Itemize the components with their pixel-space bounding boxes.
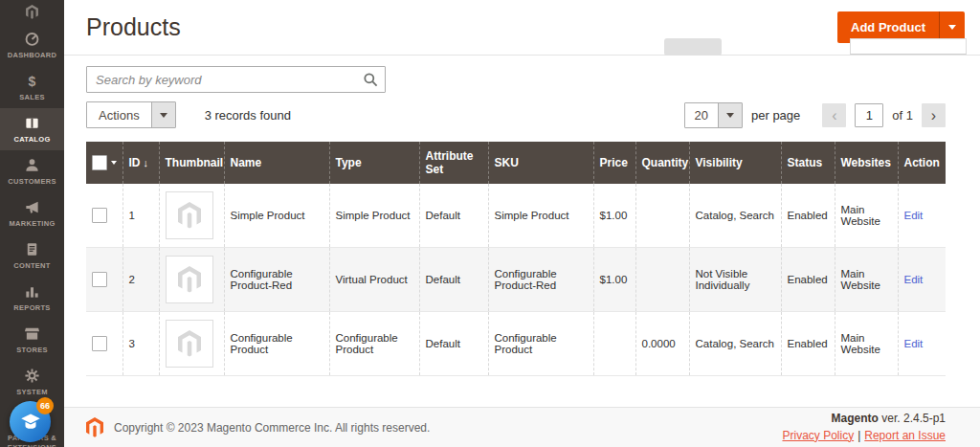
cell-websites: Main Website (835, 312, 898, 376)
row-checkbox[interactable] (92, 208, 107, 223)
sidebar-item-reports[interactable]: REPORTS (0, 277, 64, 319)
sidebar-item-catalog[interactable]: CATALOG (0, 108, 64, 150)
column-header-visibility[interactable]: Visibility (689, 142, 781, 184)
page-header: Products Add Product (64, 0, 980, 56)
column-header-type[interactable]: Type (329, 142, 419, 184)
chevron-down-icon (160, 113, 167, 118)
actions-dropdown[interactable]: Actions (86, 101, 176, 128)
catalog-icon (24, 115, 40, 132)
cell-price: $1.00 (593, 184, 635, 248)
sidebar-item-marketing[interactable]: MARKETING (0, 192, 64, 235)
next-page-button[interactable]: › (922, 103, 946, 127)
version-number: ver. 2.4.5-p1 (879, 412, 946, 425)
pagination-controls: 20 per page ‹ of 1 › (684, 102, 946, 128)
column-header-status[interactable]: Status (781, 142, 835, 184)
column-header-id[interactable]: ID↓ (122, 142, 159, 184)
main-area: Products Add Product (64, 0, 980, 447)
column-header-thumbnail[interactable]: Thumbnail (159, 142, 224, 184)
product-thumbnail (166, 191, 213, 239)
edit-link[interactable]: Edit (904, 274, 924, 285)
search-icon[interactable] (359, 70, 382, 89)
cell-visibility: Not Visible Individually (689, 248, 781, 312)
sidebar-item-sales[interactable]: $ SALES (0, 66, 64, 108)
cell-quantity: 0.0000 (635, 312, 689, 376)
dashboard-icon (24, 31, 40, 48)
sidebar-item-label: CATALOG (13, 135, 50, 145)
cell-visibility: Catalog, Search (689, 184, 781, 248)
grid-content: Actions 3 records found 20 per page ‹ of… (64, 56, 980, 407)
report-issue-link[interactable]: Report an Issue (864, 429, 946, 442)
page-title: Products (86, 13, 181, 41)
cell-sku: Configurable Product-Red (488, 248, 593, 312)
chevron-down-icon (948, 25, 956, 30)
sidebar-item-label: CUSTOMERS (8, 177, 56, 187)
content-icon (24, 241, 40, 258)
per-page-caret[interactable] (718, 103, 742, 127)
cell-id: 2 (122, 248, 159, 312)
link-separator: | (858, 429, 860, 442)
row-checkbox[interactable] (92, 336, 107, 351)
column-header-quantity[interactable]: Quantity (635, 142, 689, 184)
cell-id: 1 (122, 184, 159, 248)
magnifier-icon (363, 72, 378, 87)
marketing-icon (24, 199, 40, 216)
product-thumbnail (166, 256, 213, 303)
actions-caret[interactable] (151, 102, 175, 127)
sidebar-item-label: REPORTS (13, 303, 50, 313)
cell-name: Configurable Product (224, 312, 329, 376)
column-header-websites[interactable]: Websites (835, 142, 898, 184)
keyword-search-box (86, 66, 386, 93)
placeholder-image-icon (178, 202, 201, 229)
cell-attribute-set: Default (419, 184, 488, 248)
cell-type: Simple Product (329, 184, 419, 248)
edit-link[interactable]: Edit (904, 210, 924, 221)
chat-badge: 66 (36, 397, 54, 414)
sidebar-item-stores[interactable]: STORES (0, 319, 64, 361)
search-input[interactable] (87, 67, 385, 92)
grid-controls-row: Actions 3 records found 20 per page ‹ of… (86, 101, 946, 128)
sidebar-item-label: DASHBOARD (8, 51, 56, 60)
sidebar-item-label: STORES (16, 346, 48, 355)
column-header-sku[interactable]: SKU (488, 142, 593, 184)
table-row: 3 Configurable Product Configurable Prod… (86, 312, 946, 376)
cell-status: Enabled (781, 248, 835, 312)
cell-quantity (635, 248, 689, 312)
select-all-checkbox[interactable] (92, 155, 107, 170)
edit-link[interactable]: Edit (904, 338, 924, 349)
chevron-down-icon[interactable] (111, 161, 117, 165)
cell-attribute-set: Default (419, 312, 488, 376)
column-header-price[interactable]: Price (593, 142, 635, 184)
row-checkbox[interactable] (92, 272, 107, 287)
magento-logo[interactable] (0, 0, 64, 24)
partial-control-fragment (664, 38, 722, 56)
cell-websites: Main Website (835, 248, 898, 312)
system-icon (24, 368, 40, 385)
cell-websites: Main Website (835, 184, 898, 248)
column-header-attribute-set[interactable]: Attribute Set (419, 142, 488, 184)
cell-price (593, 312, 635, 376)
privacy-policy-link[interactable]: Privacy Policy (782, 429, 854, 442)
per-page-select[interactable]: 20 (684, 102, 743, 128)
sidebar-item-content[interactable]: CONTENT (0, 235, 64, 277)
cell-name: Configurable Product-Red (224, 248, 329, 312)
column-header-name[interactable]: Name (224, 142, 329, 184)
select-all-column (86, 142, 122, 184)
sidebar-item-label: SALES (19, 93, 45, 102)
products-grid: ID↓ Thumbnail Name Type Attribute Set SK… (86, 142, 946, 376)
partial-panel-fragment (850, 38, 967, 55)
chevron-down-icon (726, 113, 734, 118)
cell-price: $1.00 (593, 248, 635, 312)
page-count-label: of 1 (892, 108, 913, 123)
placeholder-image-icon (178, 266, 201, 293)
chat-widget[interactable]: 66 (10, 401, 51, 442)
admin-sidebar: DASHBOARD $ SALES CATALOG CUSTOMERS MARK… (0, 0, 64, 447)
sidebar-item-customers[interactable]: CUSTOMERS (0, 150, 64, 192)
chat-widget-icon (20, 412, 41, 433)
page-number-input[interactable] (855, 103, 883, 127)
sidebar-item-dashboard[interactable]: DASHBOARD (0, 24, 64, 66)
cell-sku: Simple Product (488, 184, 593, 248)
prev-page-button[interactable]: ‹ (822, 103, 846, 127)
sort-desc-icon: ↓ (144, 157, 149, 168)
cell-type: Configurable Product (329, 312, 419, 376)
sidebar-item-system[interactable]: SYSTEM (0, 361, 64, 403)
